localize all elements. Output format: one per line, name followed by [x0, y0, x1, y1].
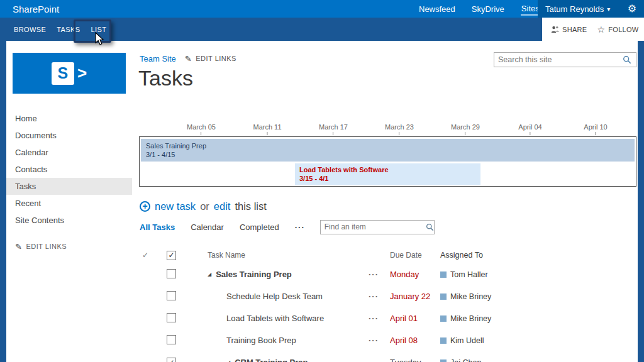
- main-content: Team Site ✎ EDIT LINKS Tasks March 05 Ma…: [132, 41, 638, 362]
- share-button[interactable]: SHARE: [551, 26, 587, 33]
- presence-icon: [440, 272, 447, 278]
- task-ellipsis-menu[interactable]: ···: [362, 314, 385, 323]
- task-name-link[interactable]: Training Book Prep: [226, 336, 296, 345]
- find-item-input[interactable]: [321, 222, 426, 231]
- find-item-box: [320, 220, 435, 234]
- assigned-to[interactable]: Jai Chen: [450, 358, 481, 362]
- search-input[interactable]: [494, 55, 623, 64]
- assigned-to[interactable]: Mike Briney: [450, 292, 491, 301]
- sidebar-item-tasks[interactable]: Tasks: [6, 178, 132, 195]
- view-selector: All Tasks Calendar Completed ···: [140, 219, 435, 234]
- search-icon[interactable]: [623, 55, 631, 64]
- table-row[interactable]: Schedule Help Desk Team ··· January 22 M…: [140, 285, 630, 307]
- tick-mark: [399, 132, 399, 135]
- view-tab-completed[interactable]: Completed: [240, 222, 279, 232]
- check-icon: ✓: [168, 251, 174, 259]
- table-row[interactable]: Training Book Prep ··· April 08 Kim Udel…: [140, 329, 630, 351]
- sidebar-item-documents[interactable]: Documents: [6, 127, 132, 144]
- timeline-bar-title: Load Tablets with Software: [299, 165, 480, 174]
- page-title: Tasks: [138, 66, 193, 90]
- sidebar-edit-links[interactable]: ✎ EDIT LINKS: [15, 241, 67, 252]
- sharepoint-logo-icon: S: [52, 62, 74, 85]
- timeline-bar-title: Sales Training Prep: [146, 141, 635, 150]
- chevron-down-icon: ▾: [607, 6, 610, 13]
- new-task-link[interactable]: new task: [155, 200, 196, 212]
- expand-triangle-icon[interactable]: ◢: [208, 272, 211, 277]
- timeline-date: April 04: [518, 123, 541, 135]
- edit-links-label: EDIT LINKS: [26, 243, 67, 250]
- timeline-bar-load-tablets[interactable]: Load Tablets with Software 3/15 - 4/1: [295, 163, 480, 185]
- sidebar-item-contacts[interactable]: Contacts: [6, 161, 132, 178]
- sidebar-item-label: Tasks: [15, 182, 36, 191]
- task-ellipsis-menu[interactable]: ···: [362, 336, 385, 345]
- table-row[interactable]: Load Tablets with Software ··· April 01 …: [140, 307, 630, 329]
- column-header-due-date[interactable]: Due Date: [385, 251, 439, 260]
- frame-strip-left: [0, 41, 6, 362]
- suite-link-newsfeed[interactable]: Newsfeed: [419, 4, 455, 14]
- assigned-to[interactable]: Tom Haller: [450, 270, 488, 279]
- timeline-bar-range: 3/1 - 4/15: [146, 150, 635, 159]
- task-name-link[interactable]: CRM Training Prep: [235, 358, 308, 362]
- row-checkbox[interactable]: [167, 291, 176, 300]
- task-name-link[interactable]: Sales Training Prep: [216, 270, 292, 279]
- assigned-to[interactable]: Kim Udell: [450, 336, 484, 345]
- page-edit-links[interactable]: ✎ EDIT LINKS: [185, 54, 236, 63]
- site-logo[interactable]: S >: [13, 53, 126, 94]
- header-checkbox[interactable]: ✓: [167, 251, 176, 260]
- row-checkbox[interactable]: [167, 335, 176, 344]
- view-tab-all-tasks[interactable]: All Tasks: [140, 222, 175, 232]
- column-header-assigned-to[interactable]: Assigned To: [439, 251, 630, 260]
- breadcrumb: Team Site ✎ EDIT LINKS: [140, 52, 236, 65]
- table-row[interactable]: ✓ ◢ CRM Training Prep ··· Tuesday Jai Ch…: [140, 351, 630, 362]
- timeline-date: March 05: [187, 123, 216, 135]
- expand-triangle-icon[interactable]: ◢: [226, 359, 230, 362]
- sidebar-item-site-contents[interactable]: Site Contents: [6, 212, 132, 229]
- timeline-date-scale: March 05 March 11 March 17 March 23 Marc…: [139, 123, 636, 136]
- table-header-row: ✓ ✓ Task Name Due Date Assigned To: [140, 247, 630, 263]
- sidebar-item-label: Calendar: [15, 148, 48, 157]
- edit-links-label: EDIT LINKS: [196, 55, 236, 62]
- sidebar-item-recent[interactable]: Recent: [6, 195, 132, 212]
- column-header-task-name[interactable]: Task Name: [199, 251, 362, 260]
- sharepoint-logo-text: SharePoint: [13, 0, 59, 18]
- task-name-link[interactable]: Load Tablets with Software: [226, 314, 324, 323]
- follow-button[interactable]: ☆ FOLLOW: [597, 25, 638, 35]
- team-site-link[interactable]: Team Site: [140, 54, 176, 63]
- suite-link-skydrive[interactable]: SkyDrive: [472, 4, 504, 14]
- timeline-bar-sales-training[interactable]: Sales Training Prep 3/1 - 4/15: [141, 139, 635, 162]
- row-checkbox[interactable]: ✓: [167, 358, 176, 362]
- row-checkbox[interactable]: [167, 269, 176, 278]
- task-name-link[interactable]: Schedule Help Desk Team: [226, 292, 323, 301]
- task-list: ✓ ✓ Task Name Due Date Assigned To ◢ Sal…: [140, 247, 630, 362]
- timeline: Sales Training Prep 3/1 - 4/15 Load Tabl…: [139, 136, 636, 187]
- edit-list-link[interactable]: edit: [214, 200, 231, 212]
- quick-launch-nav: Home Documents Calendar Contacts Tasks R…: [6, 110, 132, 229]
- search-icon[interactable]: [426, 223, 434, 231]
- assigned-to[interactable]: Mike Briney: [450, 314, 491, 323]
- view-tab-calendar[interactable]: Calendar: [191, 222, 224, 232]
- row-checkbox[interactable]: [167, 313, 176, 322]
- page-content: S > Home Documents Calendar Contacts Tas…: [6, 41, 638, 362]
- sidebar-item-home[interactable]: Home: [6, 110, 132, 127]
- due-date: April 01: [385, 314, 439, 323]
- presence-icon: [440, 315, 447, 322]
- task-ellipsis-menu[interactable]: ···: [362, 270, 385, 279]
- ribbon-tab-browse[interactable]: BROWSE: [14, 26, 46, 33]
- table-row[interactable]: ◢ Sales Training Prep ··· Monday Tom Hal…: [140, 263, 630, 285]
- select-all-check[interactable]: ✓: [140, 251, 161, 260]
- tick-mark: [595, 132, 596, 135]
- sidebar-item-label: Recent: [15, 199, 41, 208]
- suite-links: Newsfeed SkyDrive Sites: [419, 0, 540, 18]
- plus-icon: +: [140, 201, 150, 212]
- task-ellipsis-menu[interactable]: ···: [362, 358, 385, 362]
- gear-icon[interactable]: ⚙: [628, 4, 636, 14]
- logo-chevron-icon: >: [77, 63, 87, 83]
- suite-bar: SharePoint Newsfeed SkyDrive Sites Tatum…: [0, 0, 644, 18]
- sidebar-item-calendar[interactable]: Calendar: [6, 144, 132, 161]
- task-ellipsis-menu[interactable]: ···: [362, 292, 385, 301]
- ribbon-actions: SHARE ☆ FOLLOW: [542, 18, 644, 41]
- presence-icon: [440, 337, 447, 344]
- view-more-menu[interactable]: ···: [295, 222, 305, 232]
- user-menu[interactable]: Tatum Reynolds ▾: [545, 4, 610, 14]
- user-panel: Tatum Reynolds ▾ ⚙: [538, 0, 644, 18]
